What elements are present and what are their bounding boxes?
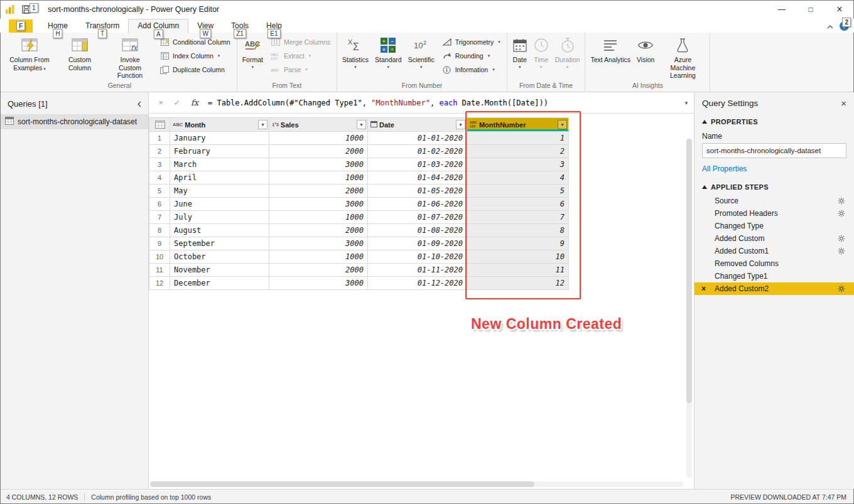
close-icon[interactable]: × <box>841 99 846 108</box>
cell-month[interactable]: March <box>170 158 269 171</box>
cell-monthnumber[interactable]: 4 <box>467 171 569 185</box>
applied-step-promoted-headers[interactable]: Promoted Headers <box>695 207 854 220</box>
applied-step-source[interactable]: Source <box>695 195 854 207</box>
cell-date[interactable]: 01-06-2020 <box>368 198 467 211</box>
cell-month[interactable]: December <box>170 277 269 290</box>
tab-view[interactable]: ViewW <box>188 19 222 33</box>
scrollbar-thumb[interactable] <box>686 139 692 403</box>
cell-month[interactable]: April <box>170 171 269 185</box>
cell-sales[interactable]: 3000 <box>269 158 368 171</box>
horizontal-scrollbar[interactable] <box>150 481 684 487</box>
index-column-button[interactable]: Index Column▾ <box>155 49 235 63</box>
vertical-scrollbar[interactable] <box>686 139 692 478</box>
cell-month[interactable]: November <box>170 264 269 277</box>
column-header-date[interactable]: Date▾ <box>368 118 467 132</box>
gear-icon[interactable] <box>838 197 845 205</box>
cell-sales[interactable]: 1000 <box>269 132 368 145</box>
close-button[interactable]: × <box>825 0 854 19</box>
rounding-button[interactable]: Rounding▾ <box>438 49 505 63</box>
cell-date[interactable]: 01-08-2020 <box>368 224 467 237</box>
query-item[interactable]: sort-months-chronologically-dataset <box>0 114 148 129</box>
conditional-column-button[interactable]: Conditional Column <box>155 35 235 49</box>
file-tab[interactable]: F <box>9 19 33 33</box>
custom-column-button[interactable]: Custom Column <box>55 33 105 81</box>
invoke-custom-function-button[interactable]: fx Invoke Custom Function <box>105 33 155 81</box>
cell-monthnumber[interactable]: 5 <box>467 185 569 198</box>
formula-commit-button[interactable]: ✓ <box>169 98 185 107</box>
maximize-button[interactable]: □ <box>796 0 825 19</box>
row-number[interactable]: 7 <box>149 211 170 224</box>
extract-button[interactable]: ABC123 Extract▾ <box>266 49 335 63</box>
gear-icon[interactable] <box>838 210 845 217</box>
cell-sales[interactable]: 1000 <box>269 171 368 185</box>
scrollbar-thumb[interactable] <box>150 481 534 487</box>
duration-button[interactable]: Duration ▾ <box>552 33 583 81</box>
cell-monthnumber[interactable]: 1 <box>467 132 569 145</box>
gear-icon[interactable] <box>838 235 845 242</box>
cell-sales[interactable]: 2000 <box>269 224 368 237</box>
cell-sales[interactable]: 3000 <box>269 198 368 211</box>
cell-monthnumber[interactable]: 3 <box>467 158 569 171</box>
row-number[interactable]: 8 <box>149 224 170 237</box>
cell-sales[interactable]: 2000 <box>269 185 368 198</box>
duplicate-column-button[interactable]: Duplicate Column <box>155 63 235 77</box>
standard-button[interactable]: +−×÷ Standard ▾ <box>372 33 405 81</box>
cell-sales[interactable]: 2000 <box>269 145 368 158</box>
cell-date[interactable]: 01-12-2020 <box>368 277 467 290</box>
row-number[interactable]: 10 <box>149 250 170 264</box>
cell-month[interactable]: October <box>170 250 269 264</box>
gear-icon[interactable] <box>838 247 845 255</box>
properties-section-header[interactable]: PROPERTIES <box>702 118 846 126</box>
cell-date[interactable]: 01-09-2020 <box>368 237 467 250</box>
format-button[interactable]: ABC Format ▾ <box>239 33 266 81</box>
cell-monthnumber[interactable]: 9 <box>467 237 569 250</box>
expand-formula-bar-icon[interactable]: ▾ <box>679 100 694 106</box>
cell-date[interactable]: 01-05-2020 <box>368 185 467 198</box>
applied-step-changed-type[interactable]: Changed Type <box>695 220 854 232</box>
name-input[interactable] <box>702 143 846 158</box>
azure-machine-learning-button[interactable]: Azure Machine Learning <box>657 33 708 81</box>
cell-sales[interactable]: 1000 <box>269 211 368 224</box>
scientific-button[interactable]: 102 Scientific ▾ <box>405 33 438 81</box>
applied-step-added-custom2[interactable]: ×Added Custom2 <box>695 282 854 295</box>
formula-cancel-button[interactable]: × <box>153 98 169 107</box>
cell-month[interactable]: February <box>170 145 269 158</box>
date-button[interactable]: Date ▾ <box>509 33 531 81</box>
filter-icon[interactable]: ▾ <box>456 120 465 129</box>
cell-date[interactable]: 01-01-2020 <box>368 132 467 145</box>
cell-date[interactable]: 01-10-2020 <box>368 250 467 264</box>
cell-month[interactable]: May <box>170 185 269 198</box>
cell-date[interactable]: 01-11-2020 <box>368 264 467 277</box>
save-button[interactable]: 1 <box>21 4 31 14</box>
select-all-corner[interactable] <box>149 118 170 132</box>
applied-step-added-custom1[interactable]: Added Custom1 <box>695 245 854 257</box>
all-properties-link[interactable]: All Properties <box>702 164 846 173</box>
tab-transform[interactable]: TransformT <box>77 19 128 33</box>
cell-monthnumber[interactable]: 8 <box>467 224 569 237</box>
cell-monthnumber[interactable]: 10 <box>467 250 569 264</box>
applied-step-added-custom[interactable]: Added Custom <box>695 232 854 245</box>
text-analytics-button[interactable]: Text Analytics <box>587 33 634 81</box>
cell-date[interactable]: 01-03-2020 <box>368 158 467 171</box>
minimize-button[interactable]: — <box>767 0 796 19</box>
row-number[interactable]: 5 <box>149 185 170 198</box>
filter-icon[interactable]: ▾ <box>258 120 268 129</box>
gear-icon[interactable] <box>838 285 845 292</box>
row-number[interactable]: 6 <box>149 198 170 211</box>
statistics-button[interactable]: ΧΣ Statistics ▾ <box>339 33 372 81</box>
cell-month[interactable]: August <box>170 224 269 237</box>
row-number[interactable]: 4 <box>149 171 170 185</box>
time-button[interactable]: Time ▾ <box>531 33 552 81</box>
help-icon[interactable]: ?2 <box>840 21 849 31</box>
cell-month[interactable]: January <box>170 132 269 145</box>
column-header-sales[interactable]: 1²3Sales▾ <box>269 118 368 132</box>
tab-add-column[interactable]: Add ColumnA <box>128 19 188 33</box>
cell-month[interactable]: June <box>170 198 269 211</box>
trigonometry-button[interactable]: Trigonometry▾ <box>438 35 505 49</box>
cell-monthnumber[interactable]: 12 <box>467 277 569 290</box>
cell-sales[interactable]: 2000 <box>269 264 368 277</box>
parse-button[interactable]: abc Parse▾ <box>266 63 335 77</box>
delete-step-icon[interactable]: × <box>701 284 706 293</box>
cell-monthnumber[interactable]: 2 <box>467 145 569 158</box>
cell-date[interactable]: 01-07-2020 <box>368 211 467 224</box>
